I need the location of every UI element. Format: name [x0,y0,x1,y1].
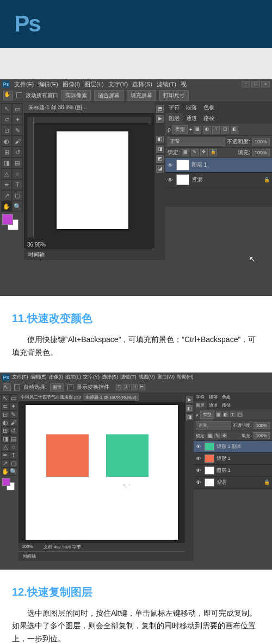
tab-layers[interactable]: 图层 [194,401,207,409]
opacity-value[interactable]: 100% [254,422,270,429]
menu-select[interactable]: 选择(S) [102,374,118,381]
canvas[interactable] [34,123,151,237]
gradient-tool[interactable]: ▤ [12,157,23,168]
zoom-tool[interactable]: 🔍 [9,468,17,476]
kind-dropdown[interactable]: 类型 [172,125,188,134]
scroll-all-checkbox[interactable] [16,92,22,98]
menu-view[interactable]: 视图(V) [139,374,155,381]
eyedropper-tool[interactable]: ✎ [12,125,23,136]
document-tab-active[interactable]: 未标题-1 @ 100%(RGB/8) [83,393,138,402]
path-tool[interactable]: ↗ [1,190,12,201]
dodge-tool[interactable]: ○ [9,443,17,451]
align-icon[interactable]: ⊢ [139,384,145,390]
lock-trans-icon[interactable]: ▦ [182,149,189,156]
menu-help[interactable]: 帮助(H) [177,374,194,381]
canvas[interactable]: ↖⁺ [18,402,185,543]
tab-char[interactable]: 字符 [194,393,207,401]
tab-swatch[interactable]: 色板 [200,102,218,113]
minimize-button[interactable]: − [242,81,250,87]
panel-icon[interactable]: ◩ [156,155,164,163]
panel-icon[interactable]: ◧ [156,136,164,143]
move-tool[interactable]: ↖ [1,394,9,402]
move-tool[interactable]: ↖ [1,103,12,114]
lock-icon[interactable]: ▦ [207,433,213,438]
play-icon[interactable]: ▶ [156,115,164,123]
menu-layer[interactable]: 图层(L) [84,80,103,89]
kind-dropdown[interactable]: 类型 [200,411,214,419]
menu-filter[interactable]: 滤镜(T) [120,374,137,381]
heal-tool[interactable]: ◐ [1,419,9,427]
menu-text[interactable]: 文字(Y) [83,374,100,381]
timeline-tab[interactable]: 时间轴 [24,249,154,260]
brush-tool[interactable]: 🖌 [9,419,17,427]
tab-para[interactable]: 段落 [183,102,200,113]
visibility-icon[interactable]: 👁 [196,468,202,473]
lock-pixel-icon[interactable]: ✎ [191,149,199,156]
tab-paths[interactable]: 路径 [220,401,233,409]
tab-channels[interactable]: 通道 [183,113,200,124]
tab-paths[interactable]: 路径 [200,113,218,124]
menu-window[interactable]: 窗口(W) [157,374,175,381]
lock-icon[interactable]: ✥ [221,433,227,438]
menu-image[interactable]: 图像(I) [63,80,80,89]
foreground-swatch[interactable] [2,478,10,486]
opacity-value[interactable]: 100% [252,138,270,146]
align-icon[interactable]: ⊤ [116,384,122,390]
menu-filter[interactable]: 滤镜(T) [157,80,176,89]
timeline-tab[interactable]: 时间轴 [18,551,185,561]
toggle-icon[interactable]: ⬒ [156,105,164,113]
menu-select[interactable]: 选择(S) [132,80,152,89]
marquee-tool[interactable]: ▭ [12,103,23,114]
filter-icon[interactable]: ▢ [237,412,243,417]
filter-type-icon[interactable]: T [212,126,220,134]
pen-tool[interactable]: ✒ [1,451,9,459]
lasso-tool[interactable]: ⊂ [1,114,12,125]
visibility-icon[interactable]: 👁 [196,479,202,485]
blur-tool[interactable]: △ [1,443,9,451]
stamp-tool[interactable]: ⊞ [1,427,9,435]
menu-view[interactable]: 视 [181,80,187,89]
blur-tool[interactable]: △ [1,168,12,179]
lock-all-icon[interactable]: 🔒 [209,149,217,156]
fill-value[interactable]: 100% [252,149,270,156]
menu-edit[interactable]: 编辑(E) [30,374,47,381]
visibility-icon[interactable]: 👁 [168,162,174,168]
layer-item[interactable]: 👁 矩形 1 [194,453,272,465]
document-tab[interactable]: 未标题-1 @ 36.9% (图... [24,102,154,113]
filter-smart-icon[interactable]: ◧ [231,126,238,134]
tab-char[interactable]: 字符 [165,102,183,113]
layer-item[interactable]: 👁 背景 🔒 [194,477,272,489]
close-button[interactable]: × [261,81,270,87]
autoselect-dropdown[interactable]: 图层 [50,383,64,392]
tab-swatch[interactable]: 色板 [220,393,233,401]
history-tool[interactable]: ↺ [12,147,23,157]
align-icon[interactable]: ⊣ [131,384,138,390]
eraser-tool[interactable]: ◨ [1,157,12,168]
hand-tool[interactable]: ✋ [1,468,9,476]
blend-dropdown[interactable]: 正常 [168,137,225,146]
shape-tool[interactable]: ▢ [9,459,17,468]
wand-tool[interactable]: ✦ [12,114,23,125]
panel-icon[interactable]: ◧ [186,405,193,412]
menu-edit[interactable]: 编辑(E) [38,80,58,89]
layer-item[interactable]: 👁 背景 🔒 [165,173,272,187]
eyedropper-tool[interactable]: ✎ [9,411,17,419]
fill-value[interactable]: 100% [254,432,270,439]
gradient-tool[interactable]: ▤ [9,435,17,443]
menu-image[interactable]: 图像(I) [49,374,64,381]
crop-tool[interactable]: ⊡ [1,125,12,136]
tab-para[interactable]: 段落 [207,393,220,401]
pen-tool[interactable]: ✒ [1,179,12,190]
maximize-button[interactable]: □ [251,81,260,87]
layer-item[interactable]: 👁 图层 1 [165,158,272,173]
align-icon[interactable]: ⊥ [123,384,130,390]
path-tool[interactable]: ↗ [1,459,9,468]
showtrans-checkbox[interactable] [67,384,73,390]
eraser-tool[interactable]: ◨ [1,435,9,443]
visibility-icon[interactable]: 👁 [168,177,174,183]
autoselect-checkbox[interactable] [14,384,20,390]
filter-icon[interactable]: T [230,412,236,417]
filter-icon[interactable]: ▦ [216,412,221,417]
blend-dropdown[interactable]: 正常 [196,421,231,430]
tab-channels[interactable]: 通道 [207,401,220,409]
